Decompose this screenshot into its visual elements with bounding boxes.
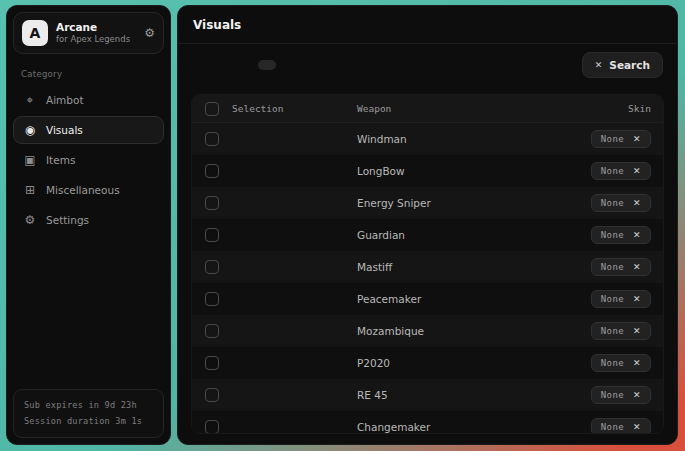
weapon-header: Weapon [357,103,628,114]
tab-offscreen[interactable] [236,60,254,70]
skin-select[interactable]: None ✕ [591,130,651,148]
row-checkbox[interactable] [205,324,219,338]
weapon-name: Changemaker [357,421,591,433]
clear-skin-icon[interactable]: ✕ [633,358,641,368]
weapon-name: LongBow [357,165,591,177]
row-checkbox[interactable] [205,164,219,178]
table-body: Windman None ✕ LongBow [192,123,663,434]
sidebar-item-visuals[interactable]: ◉ Visuals [13,116,164,144]
clear-skin-icon[interactable]: ✕ [633,166,641,176]
clear-skin-icon[interactable]: ✕ [633,390,641,400]
skin-select[interactable]: None ✕ [591,226,651,244]
clear-skin-icon[interactable]: ✕ [633,294,641,304]
row-checkbox[interactable] [205,260,219,274]
skin-value: None [601,422,624,432]
table-row: Energy Sniper None ✕ [192,187,663,219]
sidebar-item-label: Miscellaneous [46,184,120,196]
skin-value: None [601,326,624,336]
tab-list [192,60,320,70]
row-checkbox[interactable] [205,132,219,146]
skin-select[interactable]: None ✕ [591,418,651,434]
skin-value: None [601,390,624,400]
skin-value: None [601,262,624,272]
row-checkbox[interactable] [205,420,219,434]
clear-skin-icon[interactable]: ✕ [633,326,641,336]
select-all-checkbox[interactable] [205,102,219,116]
skin-select[interactable]: None ✕ [591,290,651,308]
tab-skin-changer[interactable] [258,60,276,70]
clear-skin-icon[interactable]: ✕ [633,422,641,432]
table-row: Peacemaker None ✕ [192,283,663,315]
grid-icon: ⊞ [23,183,37,197]
sidebar-item-miscellaneous[interactable]: ⊞ Miscellaneous [13,176,164,204]
skin-header: Skin [628,103,663,114]
main-panel: Visuals ✕ Search Selection Weapon Skin [177,5,678,445]
sidebar-item-label: Items [46,154,75,166]
table-row: Guardian None ✕ [192,219,663,251]
row-checkbox[interactable] [205,292,219,306]
session-duration-text: Session duration 3m 1s [24,414,153,429]
app-subtitle: for Apex Legends [56,34,136,45]
tab-players[interactable] [192,60,210,70]
clear-skin-icon[interactable]: ✕ [633,230,641,240]
subscription-status: Sub expires in 9d 23h Session duration 3… [13,389,164,438]
skin-value: None [601,358,624,368]
eye-icon: ◉ [23,123,37,137]
skin-select[interactable]: None ✕ [591,354,651,372]
category-label: Category [21,69,164,79]
skin-value: None [601,166,624,176]
table-row: RE 45 None ✕ [192,379,663,411]
skin-select[interactable]: None ✕ [591,258,651,276]
skin-select[interactable]: None ✕ [591,194,651,212]
skin-select[interactable]: None ✕ [591,322,651,340]
table-row: Mastiff None ✕ [192,251,663,283]
brand-box: A Arcane for Apex Legends ⚙ [13,12,164,54]
app-logo: A [22,20,48,46]
sidebar-nav: ⌖ Aimbot ◉ Visuals ▣ Items ⊞ Miscellaneo… [13,86,164,234]
sidebar: A Arcane for Apex Legends ⚙ Category ⌖ A… [6,5,171,445]
sidebar-item-items[interactable]: ▣ Items [13,146,164,174]
page-title: Visuals [193,18,662,32]
selection-header: Selection [232,103,357,114]
tabs-row: ✕ Search [178,44,677,84]
weapon-name: Guardian [357,229,591,241]
tab-highlight[interactable] [302,60,320,70]
table-row: Windman None ✕ [192,123,663,155]
table-row: LongBow None ✕ [192,155,663,187]
table-row: Changemaker None ✕ [192,411,663,434]
box-icon: ▣ [23,153,37,167]
crosshair-icon: ⌖ [23,93,37,107]
weapon-name: Mastiff [357,261,591,273]
skin-value: None [601,134,624,144]
table-row: Mozambique None ✕ [192,315,663,347]
sidebar-item-label: Settings [46,214,89,226]
skin-value: None [601,230,624,240]
sub-expiry-text: Sub expires in 9d 23h [24,398,153,413]
app-name: Arcane [56,21,136,34]
row-checkbox[interactable] [205,228,219,242]
sidebar-item-aimbot[interactable]: ⌖ Aimbot [13,86,164,114]
skin-table: Selection Weapon Skin Windman None [191,94,664,434]
row-checkbox[interactable] [205,388,219,402]
weapon-name: Mozambique [357,325,591,337]
row-checkbox[interactable] [205,196,219,210]
app-window: A Arcane for Apex Legends ⚙ Category ⌖ A… [6,5,678,445]
skin-select[interactable]: None ✕ [591,162,651,180]
weapon-name: P2020 [357,357,591,369]
table-header: Selection Weapon Skin [192,95,663,123]
sidebar-item-label: Visuals [46,124,83,136]
weapon-name: Energy Sniper [357,197,591,209]
weapon-name: RE 45 [357,389,591,401]
skin-select[interactable]: None ✕ [591,386,651,404]
gear-icon[interactable]: ⚙ [144,26,155,40]
row-checkbox[interactable] [205,356,219,370]
tab-crosshair[interactable] [280,60,298,70]
clear-skin-icon[interactable]: ✕ [633,198,641,208]
clear-skin-icon[interactable]: ✕ [633,262,641,272]
gear-icon: ⚙ [23,213,37,227]
search-button[interactable]: ✕ Search [582,52,663,78]
clear-skin-icon[interactable]: ✕ [633,134,641,144]
tab-radar[interactable] [214,60,232,70]
weapon-name: Peacemaker [357,293,591,305]
sidebar-item-settings[interactable]: ⚙ Settings [13,206,164,234]
